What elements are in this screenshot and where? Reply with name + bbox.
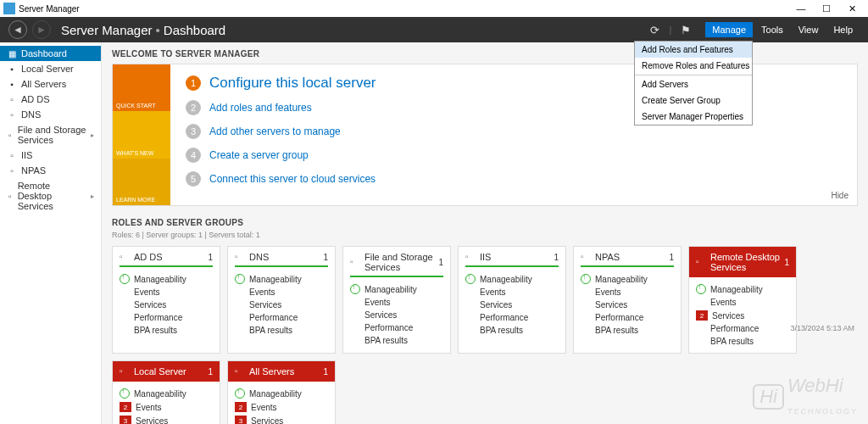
- tile-count: 1: [323, 367, 328, 377]
- menu-manage[interactable]: ManageAdd Roles and FeaturesRemove Roles…: [705, 22, 753, 37]
- tile-row[interactable]: Events: [696, 296, 789, 309]
- window-titlebar: Server Manager — ☐ ✕: [0, 0, 868, 17]
- role-icon: ▫: [7, 165, 17, 176]
- tile-row[interactable]: BPA results: [465, 324, 559, 337]
- tile-row[interactable]: Services: [235, 298, 328, 311]
- welcome-tile[interactable]: WHAT'S NEW: [113, 111, 170, 158]
- status-ok-icon: [581, 274, 591, 284]
- tile-row[interactable]: Manageability: [696, 282, 789, 296]
- menu-view[interactable]: View: [792, 22, 826, 37]
- tile-row[interactable]: Performance: [350, 321, 443, 334]
- tile-row[interactable]: Performance: [581, 311, 674, 324]
- back-button[interactable]: ◄: [8, 20, 27, 39]
- role-icon: ▫: [235, 252, 245, 262]
- breadcrumb: Server Manager•Dashboard: [61, 23, 225, 37]
- tile-row[interactable]: 3Services: [120, 414, 213, 424]
- tile-row-label: Services: [480, 300, 512, 310]
- sidebar-item-all-servers[interactable]: ▪All Servers: [0, 76, 101, 92]
- tile-row[interactable]: Events: [581, 286, 674, 298]
- tile-row-label: Manageability: [249, 389, 302, 399]
- tile-row[interactable]: BPA results: [581, 324, 674, 337]
- tile-row[interactable]: 2Services: [696, 309, 789, 322]
- tile-row-label: Manageability: [710, 285, 763, 294]
- tile-row[interactable]: Services: [120, 298, 213, 311]
- sidebar-item-remote-desktop-services[interactable]: ▫Remote Desktop Services▸: [0, 178, 101, 214]
- step-badge-1: 1: [186, 75, 201, 91]
- dropdown-item[interactable]: Remove Roles and Features: [635, 58, 752, 74]
- dropdown-item[interactable]: Create Server Group: [635, 92, 752, 109]
- tile-row[interactable]: Services: [465, 298, 559, 311]
- quickstart-link[interactable]: Add roles and features: [209, 102, 312, 114]
- sidebar-item-npas[interactable]: ▫NPAS: [0, 163, 101, 178]
- sidebar-item-dns[interactable]: ▫DNS: [0, 107, 101, 122]
- tile-row[interactable]: Manageability: [120, 387, 213, 400]
- tile-row[interactable]: Manageability: [581, 272, 674, 286]
- tile-row[interactable]: Manageability: [350, 282, 443, 296]
- tile-row[interactable]: Events: [465, 286, 559, 298]
- dropdown-item[interactable]: Add Roles and Features: [635, 42, 752, 58]
- tile-row[interactable]: BPA results: [696, 335, 789, 348]
- role-icon: ▫: [120, 366, 130, 377]
- tile-row[interactable]: 3Services: [235, 414, 328, 424]
- tile-row[interactable]: Services: [581, 298, 674, 311]
- maximize-button[interactable]: ☐: [814, 3, 839, 14]
- dropdown-item[interactable]: Add Servers: [635, 76, 752, 92]
- tile-row[interactable]: Events: [350, 296, 443, 309]
- role-tile-ad-ds[interactable]: ▫AD DS1ManageabilityEventsServicesPerfor…: [112, 246, 220, 354]
- tile-row[interactable]: Manageability: [465, 272, 559, 286]
- role-tile-local-server[interactable]: ▫Local Server1Manageability2Events3Servi…: [112, 360, 220, 424]
- sidebar-item-dashboard[interactable]: ▦Dashboard: [0, 46, 101, 61]
- forward-button[interactable]: ►: [32, 20, 51, 39]
- role-tile-file-and-storage-services[interactable]: ▫File and Storage Services1Manageability…: [342, 246, 451, 354]
- tile-row[interactable]: Performance: [120, 311, 213, 324]
- role-icon: ▫: [235, 366, 245, 377]
- role-tile-dns[interactable]: ▫DNS1ManageabilityEventsServicesPerforma…: [227, 246, 336, 354]
- welcome-tile[interactable]: LEARN MORE: [113, 159, 170, 205]
- tile-row[interactable]: Performance: [696, 322, 789, 335]
- flag-icon[interactable]: ⚑: [678, 22, 693, 37]
- role-tile-npas[interactable]: ▫NPAS1ManageabilityEventsServicesPerform…: [573, 246, 682, 354]
- hide-link[interactable]: Hide: [831, 191, 849, 200]
- tile-row[interactable]: Manageability: [120, 272, 213, 286]
- tile-row-label: Manageability: [480, 275, 532, 284]
- quickstart-link[interactable]: Add other servers to manage: [209, 126, 341, 137]
- role-icon: ▫: [350, 257, 360, 267]
- quickstart-link[interactable]: Create a server group: [209, 149, 309, 161]
- configure-link[interactable]: Configure this local server: [209, 75, 376, 92]
- sidebar-item-ad-ds[interactable]: ▫AD DS: [0, 92, 101, 107]
- dropdown-item[interactable]: Server Manager Properties: [635, 109, 752, 125]
- tile-row-label: BPA results: [480, 326, 523, 335]
- tile-row[interactable]: 2Events: [120, 400, 213, 414]
- sidebar-item-iis[interactable]: ▫IIS: [0, 148, 101, 163]
- sidebar-item-label: File and Storage Services: [18, 125, 86, 145]
- timestamp: 3/13/2024 5:13 AM: [790, 324, 854, 332]
- tile-row[interactable]: BPA results: [350, 334, 443, 347]
- tile-row[interactable]: Services: [350, 309, 443, 321]
- manage-dropdown: Add Roles and FeaturesRemove Roles and F…: [634, 41, 753, 126]
- status-ok-icon: [120, 388, 130, 399]
- tile-row[interactable]: BPA results: [235, 324, 328, 337]
- tile-row[interactable]: BPA results: [120, 324, 213, 337]
- menu-help[interactable]: Help: [826, 22, 860, 37]
- refresh-icon[interactable]: ⟳: [647, 22, 662, 37]
- role-tile-all-servers[interactable]: ▫All Servers1Manageability2Events3Servic…: [227, 360, 336, 424]
- menu-tools[interactable]: Tools: [754, 22, 790, 37]
- tile-row[interactable]: Events: [120, 286, 213, 298]
- tile-row[interactable]: Performance: [235, 311, 328, 324]
- tile-row[interactable]: Manageability: [235, 387, 328, 400]
- welcome-tile[interactable]: QUICK START: [113, 64, 170, 111]
- tile-row[interactable]: Manageability: [235, 272, 328, 286]
- sidebar-item-label: IIS: [21, 150, 32, 160]
- sidebar-item-file-and-storage-services[interactable]: ▫File and Storage Services▸: [0, 122, 101, 148]
- close-button[interactable]: ✕: [839, 3, 865, 14]
- error-badge: 2: [120, 402, 131, 412]
- minimize-button[interactable]: —: [788, 3, 814, 14]
- quickstart-link[interactable]: Connect this server to cloud services: [209, 173, 376, 185]
- tile-row[interactable]: Events: [235, 286, 328, 298]
- sidebar-item-local-server[interactable]: ▪Local Server: [0, 61, 101, 76]
- tile-row[interactable]: 2Events: [235, 400, 328, 414]
- tile-row-label: Services: [595, 300, 627, 310]
- role-tile-iis[interactable]: ▫IIS1ManageabilityEventsServicesPerforma…: [458, 246, 566, 354]
- role-tile-remote-desktop-services[interactable]: ▫Remote Desktop Services1ManageabilityEv…: [688, 246, 797, 354]
- tile-row[interactable]: Performance: [465, 311, 559, 324]
